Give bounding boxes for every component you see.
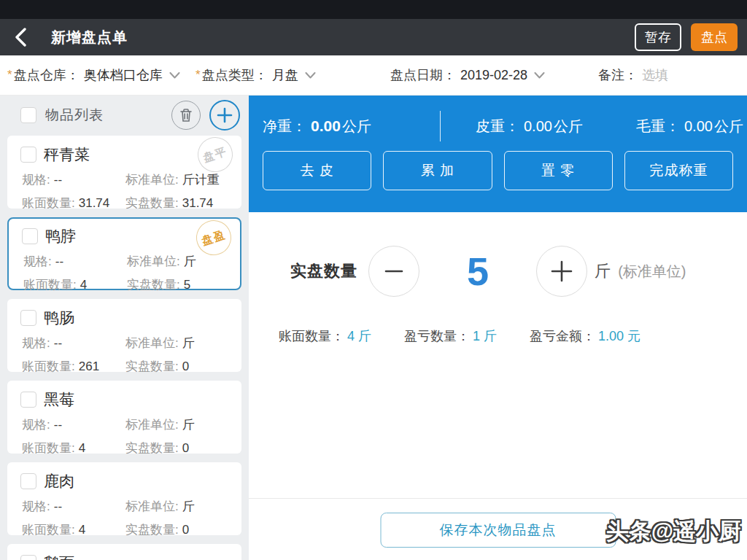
- item-cards: 秤青菜 盘平 规格:-- 标准单位:斤计重 账面数量:31.74 实盘数量:31…: [0, 134, 249, 560]
- header-bar: 新增盘点单 暂存 盘点: [0, 19, 747, 55]
- item-checkbox[interactable]: [20, 555, 36, 560]
- required-mark: *: [196, 68, 201, 82]
- save-stocktake-button[interactable]: 保存本次物品盘点: [380, 513, 616, 548]
- item-checkbox[interactable]: [20, 473, 36, 489]
- tare-weight-label: 皮重：: [476, 117, 519, 136]
- scale-action-button[interactable]: 置 零: [504, 151, 613, 190]
- gross-weight-label: 毛重：: [636, 117, 680, 136]
- date-field[interactable]: 盘点日期： 2019-02-28: [390, 55, 545, 95]
- item-name: 鹅面: [44, 553, 74, 560]
- remark-field[interactable]: 备注： 选填: [598, 55, 668, 95]
- item-card[interactable]: 鸭肠 规格:-- 标准单位:斤 账面数量:261 实盘数量:0: [7, 299, 241, 372]
- actual-qty-value: 0: [182, 359, 189, 373]
- unit-note: (标准单位): [618, 263, 686, 279]
- actual-qty-value: 0: [182, 523, 189, 537]
- type-field[interactable]: * 盘点类型： 月盘: [196, 55, 316, 95]
- gross-weight: 毛重： 0.00 公斤: [636, 117, 743, 136]
- decrement-button[interactable]: [368, 246, 419, 297]
- actual-qty-value: 5: [184, 278, 190, 292]
- item-checkbox[interactable]: [22, 228, 38, 244]
- actual-qty-value: 31.74: [182, 196, 214, 210]
- book-qty-label: 账面数量:: [23, 278, 77, 292]
- item-checkbox[interactable]: [20, 147, 36, 163]
- spec-value: --: [54, 418, 62, 432]
- qty-stat: 盈亏金额：1.00 元: [530, 327, 640, 345]
- item-name: 黑莓: [44, 389, 74, 410]
- delete-items-button[interactable]: [171, 101, 201, 130]
- book-qty-label: 账面数量:: [22, 196, 75, 210]
- item-card[interactable]: 秤青菜 盘平 规格:-- 标准单位:斤计重 账面数量:31.74 实盘数量:31…: [7, 136, 241, 209]
- weight-readouts: 净重： 0.00 公斤 皮重： 0.00 公斤 毛重： 0.00 公斤: [263, 112, 747, 141]
- actual-qty-label: 实盘数量:: [125, 196, 179, 210]
- actual-qty-label: 实盘数量: [290, 260, 357, 282]
- select-all-checkbox[interactable]: [20, 107, 36, 123]
- scale-buttons: 去 皮累 加置 零完成称重: [249, 151, 747, 190]
- unit-label: 标准单位:: [127, 254, 180, 268]
- stocktake-app: 新增盘点单 暂存 盘点 * 盘点仓库： 奥体档口仓库 * 盘点类型： 月盘 盘点…: [0, 0, 747, 560]
- scale-panel: 净重： 0.00 公斤 皮重： 0.00 公斤 毛重： 0.00 公斤 去 皮累…: [249, 96, 747, 212]
- item-checkbox[interactable]: [20, 310, 36, 326]
- net-weight-value: 0.00: [311, 117, 341, 135]
- item-name: 鹿肉: [44, 471, 74, 491]
- unit-label: 标准单位:: [125, 173, 179, 187]
- unit-label: 标准单位:: [125, 499, 179, 513]
- unit-label: 标准单位:: [125, 418, 179, 432]
- type-label: 盘点类型：: [202, 66, 268, 84]
- warehouse-value: 奥体档口仓库: [84, 66, 163, 84]
- scale-action-button[interactable]: 去 皮: [263, 151, 371, 190]
- add-item-button[interactable]: [209, 100, 240, 131]
- chevron-down-icon: [534, 72, 545, 79]
- chevron-down-icon: [305, 72, 316, 79]
- minus-icon: [383, 260, 405, 282]
- remark-placeholder: 选填: [642, 66, 668, 84]
- stat-label: 盈亏数量：: [404, 329, 470, 343]
- warehouse-field[interactable]: * 盘点仓库： 奥体档口仓库: [7, 55, 180, 95]
- status-bar: [0, 0, 747, 19]
- spec-value: --: [54, 499, 62, 513]
- back-button[interactable]: [6, 23, 35, 52]
- actual-qty-value: 0: [182, 441, 189, 455]
- item-card[interactable]: 鹿肉 规格:-- 标准单位:斤 账面数量:4 实盘数量:0: [7, 462, 241, 535]
- temp-save-button[interactable]: 暂存: [635, 23, 681, 51]
- type-value: 月盘: [272, 66, 298, 84]
- spec-value: --: [54, 336, 62, 350]
- actual-qty-label: 实盘数量:: [125, 359, 179, 373]
- spec-label: 规格:: [22, 499, 50, 513]
- stat-label: 账面数量：: [279, 329, 344, 343]
- item-checkbox[interactable]: [20, 392, 36, 408]
- scale-action-button[interactable]: 累 加: [383, 151, 492, 190]
- book-qty-value: 4: [80, 278, 87, 292]
- unit-label: 标准单位:: [125, 336, 179, 350]
- spec-value: --: [55, 254, 63, 268]
- page-title: 新增盘点单: [51, 28, 128, 47]
- bottom-divider: [249, 498, 747, 499]
- increment-button[interactable]: [536, 246, 587, 297]
- chevron-down-icon: [169, 72, 180, 79]
- gross-weight-unit: 公斤: [714, 117, 743, 136]
- book-qty-value: 261: [79, 359, 99, 373]
- required-mark: *: [7, 68, 12, 82]
- stocktake-button[interactable]: 盘点: [691, 23, 738, 51]
- stat-value: 4 斤: [347, 329, 371, 343]
- spec-label: 规格:: [23, 254, 52, 268]
- item-name: 鸭肠: [44, 308, 74, 328]
- net-weight-unit: 公斤: [342, 117, 371, 136]
- qty-stat: 盈亏数量：1 斤: [404, 327, 497, 345]
- qty-stats-row: 账面数量：4 斤盈亏数量：1 斤盈亏金额：1.00 元: [279, 327, 747, 345]
- spec-label: 规格:: [22, 336, 50, 350]
- actual-qty-stepper: 实盘数量 5 斤 (标准单位): [290, 246, 747, 297]
- warehouse-label: 盘点仓库：: [14, 66, 80, 84]
- item-list-title: 物品列表: [45, 106, 171, 125]
- spec-label: 规格:: [22, 173, 50, 187]
- item-name: 鸭脖: [45, 226, 76, 246]
- actual-qty-label: 实盘数量:: [127, 278, 180, 292]
- unit-value: 斤: [184, 254, 196, 268]
- scale-action-button[interactable]: 完成称重: [624, 151, 733, 190]
- actual-qty-label: 实盘数量:: [125, 441, 179, 455]
- item-card[interactable]: 鹅面 规格:-- 标准单位:斤 账面数量:4 实盘数量:0: [7, 544, 241, 560]
- form-row: * 盘点仓库： 奥体档口仓库 * 盘点类型： 月盘 盘点日期： 2019-02-…: [0, 55, 747, 96]
- trash-icon: [179, 108, 193, 122]
- item-card[interactable]: 黑莓 规格:-- 标准单位:斤 账面数量:4 实盘数量:0: [7, 381, 241, 454]
- item-card[interactable]: 鸭脖 盘盈 规格:-- 标准单位:斤 账面数量:4 实盘数量:5: [7, 217, 241, 290]
- actual-qty-value[interactable]: 5: [419, 249, 536, 294]
